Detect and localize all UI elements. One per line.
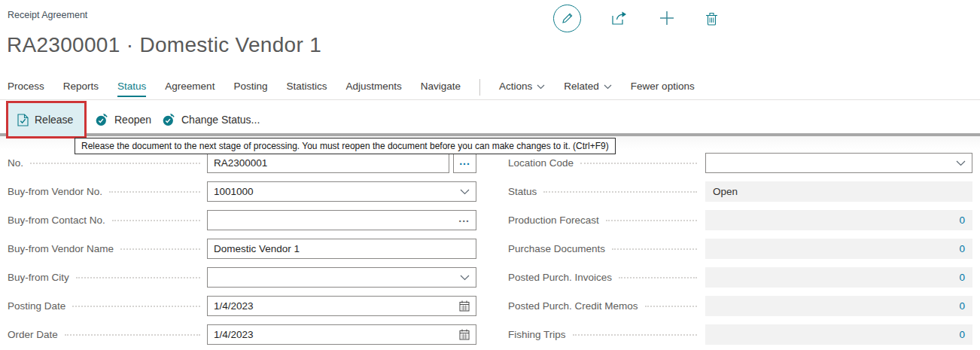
circle-check-arrow-icon	[96, 114, 108, 126]
field-label-location-code: Location Code	[508, 153, 700, 173]
dotted-leader	[65, 334, 200, 336]
dotted-leader	[76, 277, 200, 278]
chevron-down-icon[interactable]	[460, 189, 470, 195]
dotted-leader	[72, 306, 200, 307]
dotted-leader	[606, 220, 697, 221]
document-check-icon	[17, 114, 29, 126]
chevron-down-icon[interactable]	[460, 275, 470, 281]
dotted-leader	[112, 220, 200, 221]
no-assist-button[interactable]: ...	[453, 153, 476, 173]
dotted-leader	[109, 191, 200, 193]
chevron-down-icon	[604, 81, 612, 92]
release-button[interactable]: Release	[6, 101, 87, 138]
menu-item-adjustments[interactable]: Adjustments	[345, 75, 401, 92]
dotted-leader	[120, 248, 200, 250]
page-caption: Receipt Agreement	[8, 10, 87, 20]
posted-purch-invoices-field[interactable]: 0	[705, 267, 972, 288]
chevron-down-icon	[537, 81, 545, 92]
edit-icon[interactable]	[553, 5, 581, 32]
dotted-leader	[573, 334, 697, 336]
menu-item-navigate[interactable]: Navigate	[421, 75, 461, 92]
menu-item-reports[interactable]: Reports	[63, 75, 99, 92]
posting-date-field[interactable]: 1/4/2023	[207, 296, 476, 316]
buy-from-vendor-name-field[interactable]: Domestic Vendor 1	[207, 239, 476, 259]
field-label-production-forecast: Production Forecast	[508, 210, 700, 230]
location-code-field[interactable]	[705, 153, 972, 173]
field-label-order-date: Order Date	[8, 324, 203, 345]
reopen-label: Reopen	[114, 114, 151, 126]
reopen-button[interactable]: Reopen	[96, 110, 151, 129]
menu-item-fewer-options[interactable]: Fewer options	[631, 75, 695, 92]
field-label-no: No.	[8, 153, 203, 173]
field-label-status: Status	[508, 181, 700, 202]
field-label-posted-purch-credit-memos: Posted Purch. Credit Memos	[508, 296, 700, 316]
menu-item-posting[interactable]: Posting	[233, 75, 267, 92]
change-status-label: Change Status...	[181, 114, 260, 126]
field-label-purchase-documents: Purchase Documents	[508, 239, 700, 259]
status-field: Open	[705, 181, 972, 202]
change-status-button[interactable]: Change Status...	[163, 110, 260, 129]
menu-item-actions[interactable]: Actions	[499, 75, 545, 92]
menu-item-related[interactable]: Related	[564, 75, 612, 92]
field-label-buy-from-vendor-name: Buy-from Vendor Name	[8, 239, 203, 259]
calendar-icon[interactable]	[459, 329, 470, 340]
delete-icon[interactable]	[705, 11, 718, 26]
menu-item-status[interactable]: Status	[117, 75, 146, 97]
field-label-fishing-trips: Fishing Trips	[508, 324, 700, 345]
production-forecast-field[interactable]: 0	[705, 210, 972, 230]
buy-from-city-field[interactable]	[207, 267, 476, 288]
purchase-documents-field[interactable]: 0	[705, 239, 972, 259]
menu-item-agreement[interactable]: Agreement	[165, 75, 215, 92]
field-label-posted-purch-invoices: Posted Purch. Invoices	[508, 267, 700, 288]
menu-item-statistics[interactable]: Statistics	[286, 75, 327, 92]
order-date-field[interactable]: 1/4/2023	[207, 324, 476, 345]
ribbon-menu: Process Reports Status Agreement Posting…	[0, 75, 980, 100]
buy-from-vendor-no-field[interactable]: 1001000	[207, 181, 476, 202]
posted-purch-credit-memos-field[interactable]: 0	[705, 296, 972, 316]
chevron-down-icon[interactable]	[956, 160, 966, 166]
receipt-agreement-page: Receipt Agreement RA2300001 · Domestic V…	[0, 0, 980, 350]
dotted-leader	[543, 191, 697, 193]
release-tooltip: Release the document to the next stage o…	[75, 138, 616, 154]
field-label-posting-date: Posting Date	[8, 296, 203, 316]
field-label-buy-from-contact-no: Buy-from Contact No.	[8, 210, 203, 230]
dotted-leader	[580, 163, 697, 164]
new-icon[interactable]	[659, 10, 675, 26]
buy-from-contact-no-field[interactable]: ...	[207, 210, 476, 230]
release-label: Release	[35, 114, 73, 126]
dotted-leader	[645, 306, 697, 307]
field-label-buy-from-city: Buy-from City	[8, 267, 203, 288]
share-icon[interactable]	[611, 11, 628, 26]
dotted-leader	[30, 163, 200, 164]
dotted-leader	[612, 248, 697, 250]
no-field[interactable]: RA2300001	[207, 153, 449, 173]
page-toolbar	[553, 0, 718, 36]
menu-item-process[interactable]: Process	[8, 75, 44, 92]
calendar-icon[interactable]	[459, 300, 470, 312]
dotted-leader	[619, 277, 697, 278]
page-title: RA2300001 · Domestic Vendor 1	[7, 33, 321, 57]
fishing-trips-field[interactable]: 0	[705, 324, 972, 345]
menu-divider	[479, 79, 480, 96]
circle-check-arrow-icon	[163, 114, 175, 126]
field-label-buy-from-vendor-no: Buy-from Vendor No.	[8, 181, 203, 202]
